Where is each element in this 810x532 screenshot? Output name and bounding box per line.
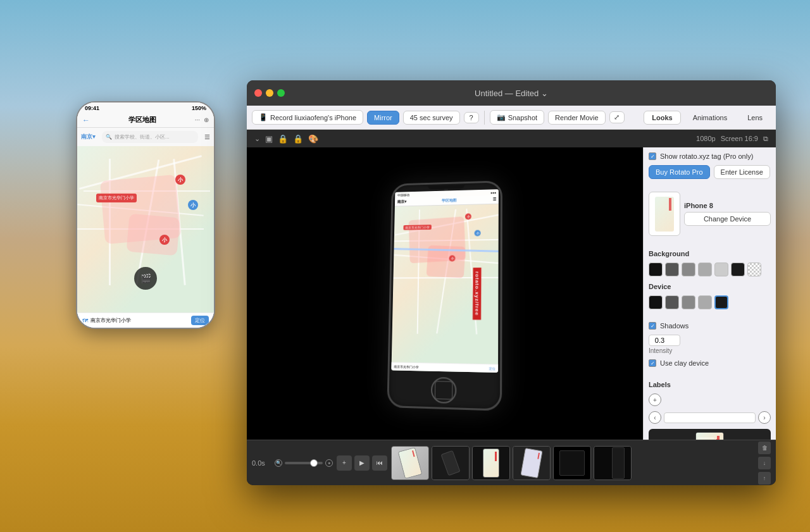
phone-notch — [428, 185, 464, 189]
change-device-button[interactable]: Change Device — [684, 212, 771, 226]
enter-license-button[interactable]: Enter License — [714, 165, 770, 179]
add-label-button[interactable]: + — [649, 393, 661, 406]
close-button[interactable] — [254, 89, 262, 97]
filmstrip-frame-2[interactable] — [432, 446, 470, 480]
device-preview-inner — [655, 197, 674, 232]
tab-looks[interactable]: Looks — [644, 111, 680, 125]
mirror-button[interactable]: Mirror — [367, 111, 399, 125]
res-bar-right: 1080p Screen 16:9 ⧉ — [696, 135, 768, 143]
device-preview — [649, 192, 680, 236]
toolbar-tabs: Looks Animations Lens — [644, 111, 771, 125]
device-swatches — [649, 295, 771, 309]
zoom-slider-thumb[interactable] — [310, 459, 318, 467]
layout-icon-4: 🎨 — [308, 134, 318, 144]
filmstrip-frame-5[interactable] — [553, 446, 591, 480]
clay-checkbox[interactable]: ✓ — [649, 359, 656, 367]
maximize-button[interactable] — [277, 89, 285, 97]
move-up-button[interactable]: ↑ — [758, 472, 771, 485]
phone-mockup: 中国移动 ●●● 南京▾ 学区地图 ☰ — [387, 180, 502, 411]
filmstrip-frame-3[interactable] — [472, 446, 510, 480]
export-panel: Export PNG... — [649, 429, 771, 440]
device-swatch-black[interactable] — [649, 295, 663, 309]
device-swatch-light[interactable] — [698, 295, 712, 309]
show-tag-checkbox[interactable]: ✓ — [649, 152, 656, 160]
iphone-battery: 150% — [192, 105, 206, 111]
camera-icon: 📷 — [497, 113, 506, 121]
zoom-slider[interactable] — [285, 462, 323, 464]
add-frame-button[interactable]: + — [337, 455, 352, 471]
labels-row: + — [649, 393, 771, 406]
main-content: 中国移动 ●●● 南京▾ 学区地图 ☰ — [247, 147, 776, 440]
phone-home-button[interactable] — [431, 377, 457, 404]
bg-swatch-lighter-gray[interactable] — [714, 263, 728, 276]
delete-frame-button[interactable]: 🗑 — [758, 442, 771, 454]
device-swatch-gray[interactable] — [682, 295, 695, 309]
list-icon: ☰ — [204, 133, 210, 140]
device-swatch-selected[interactable] — [714, 295, 728, 309]
chevron-down-icon[interactable]: ⌄ — [254, 135, 260, 143]
bg-swatch-dark-gray[interactable] — [665, 263, 679, 276]
show-tag-label: Show rotato.xyz tag (Pro only) — [660, 152, 753, 160]
title-bar: Untitled — Edited ⌄ — [247, 80, 776, 106]
move-down-button[interactable]: ↓ — [758, 457, 771, 469]
rewind-button[interactable]: ⏮ — [372, 455, 387, 471]
intensity-label: Intensity — [649, 347, 771, 354]
label-controls: ‹ › — [649, 411, 771, 424]
intensity-input[interactable] — [649, 335, 680, 346]
iphone-nav-icons: ··· ⊕ — [195, 116, 209, 123]
pm-marker-1: 小 — [465, 213, 471, 220]
help-button[interactable]: ? — [464, 112, 479, 123]
bg-swatch-gray[interactable] — [682, 263, 695, 276]
bg-swatch-light-gray[interactable] — [698, 263, 712, 276]
map-marker-3: 小 — [159, 235, 170, 245]
label-prev-button[interactable]: ‹ — [649, 411, 661, 424]
render-button[interactable]: Render Movie — [548, 111, 605, 125]
iphone-nav-title: 学区地图 — [128, 115, 156, 125]
show-tag-row: ✓ Show rotato.xyz tag (Pro only) — [649, 152, 771, 160]
bg-swatch-near-black[interactable] — [731, 263, 745, 276]
bg-swatch-black[interactable] — [649, 263, 663, 276]
right-panel: ✓ Show rotato.xyz tag (Pro only) Buy Rot… — [643, 147, 776, 440]
shadows-label: Shadows — [660, 322, 688, 330]
record-button[interactable]: 📱 Record liuxiaofeng's iPhone — [252, 110, 363, 125]
filmstrip-frames — [391, 446, 754, 480]
pm-bottom-card: 南京市光华门小学 定位 — [391, 362, 498, 373]
play-button[interactable]: ▶ — [354, 455, 370, 471]
filmstrip-frame-6[interactable] — [594, 446, 632, 480]
fullscreen-icon: ⤢ — [614, 113, 620, 121]
iphone-status-bar: 09:41 150% — [77, 102, 214, 113]
minimize-button[interactable] — [266, 89, 273, 97]
snapshot-button[interactable]: 📷 Snapshot — [490, 110, 544, 125]
zoom-dot: ● — [325, 459, 333, 467]
device-swatch-dark[interactable] — [665, 295, 679, 309]
labels-title: Labels — [649, 381, 771, 388]
filmstrip-frame-1[interactable] — [391, 446, 429, 480]
intensity-group: Intensity — [649, 335, 771, 354]
iphone-mirror-screen: 09:41 150% ← 学区地图 ··· ⊕ 南京▾ 🔍 搜索学校、街道、小区… — [77, 102, 214, 328]
label-next-button[interactable]: › — [758, 411, 771, 424]
phone-map: 中国移动 ●●● 南京▾ 学区地图 ☰ — [391, 189, 498, 373]
fullscreen-button[interactable]: ⤢ — [609, 111, 625, 123]
location-icon: ⊕ — [204, 116, 209, 123]
label-text-input[interactable] — [664, 412, 756, 423]
shadows-checkbox[interactable]: ✓ — [649, 322, 656, 330]
pm-label-school: 南京市光华门小学 — [403, 225, 431, 230]
screen-ratio-label: Screen 16:9 — [721, 135, 758, 142]
map-label-school: 南京市光华门小学 — [96, 194, 137, 202]
shadows-row: ✓ Shadows — [649, 322, 771, 330]
iphone-mirror-window: 09:41 150% ← 学区地图 ··· ⊕ 南京▾ 🔍 搜索学校、街道、小区… — [76, 101, 215, 329]
survey-button[interactable]: 45 sec survey — [403, 111, 460, 125]
tab-lens[interactable]: Lens — [739, 111, 771, 125]
app-window: Untitled — Edited ⌄ 📱 Record liuxiaofeng… — [247, 80, 776, 485]
buy-pro-button[interactable]: Buy Rotato Pro — [649, 165, 710, 179]
iphone-search-bar[interactable]: 🔍 搜索学校、街道、小区... — [102, 131, 198, 143]
copy-icon[interactable]: ⧉ — [763, 135, 768, 143]
bg-swatch-transparent[interactable] — [747, 263, 761, 276]
window-title: Untitled — Edited ⌄ — [475, 89, 548, 98]
camera-overlay: 🎬 — [134, 267, 157, 290]
toolbar: 📱 Record liuxiaofeng's iPhone Mirror 45 … — [247, 106, 776, 130]
layout-icon-2: 🔒 — [278, 134, 288, 144]
filmstrip-frame-4[interactable] — [513, 446, 551, 480]
locate-btn[interactable]: 定位 — [191, 316, 209, 325]
tab-animations[interactable]: Animations — [685, 111, 735, 125]
